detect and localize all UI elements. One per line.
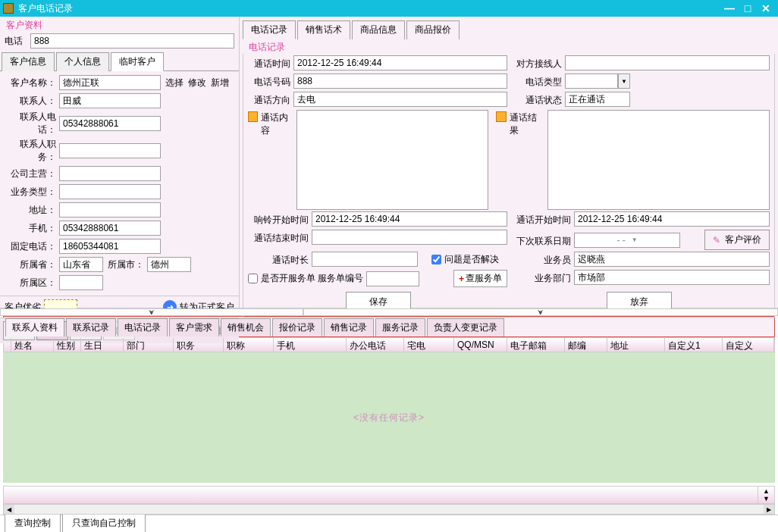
search-service-button[interactable]: + 查服务单 — [453, 270, 507, 287]
col-birthday[interactable]: 生日 — [81, 338, 124, 352]
mobile-input[interactable] — [59, 221, 161, 236]
col-email[interactable]: 电子邮箱 — [507, 338, 565, 352]
col-mobile[interactable]: 手机 — [274, 338, 347, 352]
customer-info-legend: 客户资料 — [0, 17, 239, 32]
add-link[interactable]: 新增 — [211, 77, 229, 89]
chevron-down-icon[interactable]: ▼ — [618, 74, 630, 89]
phone-input[interactable] — [30, 33, 234, 49]
mid-tab-demand[interactable]: 客户需求 — [169, 318, 219, 336]
scroll-left-arrow[interactable]: ◀ — [4, 505, 14, 514]
call-start-input[interactable] — [574, 211, 770, 227]
call-content-textarea[interactable] — [296, 110, 488, 210]
grid-selector-col[interactable] — [4, 338, 11, 352]
result-label: 通话结果 — [510, 111, 544, 137]
contact-job-input[interactable] — [59, 143, 161, 158]
ring-start-input[interactable] — [312, 211, 507, 227]
tab-temp-customer[interactable]: 临时客户 — [111, 52, 164, 71]
right-tabs: 电话记录 销售话术 商品信息 商品报价 — [240, 17, 778, 39]
status-input[interactable] — [565, 92, 630, 107]
maximize-btn[interactable]: □ — [739, 2, 757, 14]
business-type-input[interactable] — [59, 184, 161, 199]
tab-sales-script[interactable]: 销售话术 — [297, 20, 350, 39]
tab-customer-info[interactable]: 客户信息 — [2, 52, 55, 71]
address-input[interactable] — [59, 202, 161, 217]
district-label: 所属区： — [5, 277, 56, 289]
sales-input[interactable] — [574, 252, 770, 267]
phone-number-input[interactable] — [293, 74, 507, 89]
address-label: 地址： — [5, 204, 56, 217]
call-type-input[interactable] — [565, 74, 618, 89]
col-name[interactable]: 姓名 — [11, 338, 54, 352]
col-duty[interactable]: 职务 — [174, 338, 224, 352]
modify-link[interactable]: 修改 — [188, 77, 206, 89]
company-main-input[interactable] — [59, 166, 161, 181]
footer-tab-query[interactable]: 查询控制 — [5, 515, 61, 532]
mid-tab-sales[interactable]: 销售记录 — [324, 318, 374, 336]
other-party-input[interactable] — [565, 55, 770, 70]
document-icon-2[interactable] — [496, 111, 507, 122]
expander-row: ⮟ ⮟ — [0, 308, 778, 316]
call-record-form: 通话时间 对方接线人 电话号码 电话类型 ▼ — [243, 54, 775, 318]
contact-phone-input[interactable] — [59, 116, 161, 131]
fixed-phone-input[interactable] — [59, 239, 161, 254]
other-party-label: 对方接线人 — [510, 55, 562, 70]
call-time-input[interactable] — [293, 55, 507, 70]
titlebar: 客户电话记录 — □ ✕ — [0, 0, 778, 17]
province-input[interactable] — [59, 257, 103, 272]
expander-right[interactable]: ⮟ — [303, 308, 778, 316]
mid-tab-call-rec[interactable]: 电话记录 — [118, 318, 168, 336]
contact-label: 联系人： — [5, 95, 56, 108]
city-input[interactable] — [147, 257, 191, 272]
col-qq[interactable]: QQ/MSN — [454, 338, 507, 352]
solved-checkbox[interactable] — [431, 255, 441, 264]
mid-tab-contact-rec[interactable]: 联系记录 — [66, 318, 116, 336]
horizontal-scrollbar[interactable]: ◀ ▶ — [3, 504, 775, 515]
tab-personal-info[interactable]: 个人信息 — [56, 52, 109, 71]
tab-call-record[interactable]: 电话记录 — [243, 20, 296, 39]
sales-label: 业务员 — [510, 252, 571, 267]
tab-product-info[interactable]: 商品信息 — [352, 20, 405, 39]
customer-name-input[interactable] — [59, 75, 161, 90]
footer-tab-self[interactable]: 只查询自己控制 — [62, 515, 146, 532]
scroll-track[interactable] — [14, 505, 764, 514]
phone-label: 电话 — [5, 35, 27, 48]
minimize-btn[interactable]: — — [720, 2, 739, 14]
service-no-input[interactable] — [366, 271, 419, 286]
next-contact-date[interactable]: - -▼ — [574, 233, 680, 248]
col-office[interactable]: 办公电话 — [347, 338, 404, 352]
contact-input[interactable] — [59, 93, 161, 108]
col-title[interactable]: 职称 — [224, 338, 274, 352]
select-link[interactable]: 选择 — [165, 77, 184, 89]
mid-tab-contact[interactable]: 联系人资料 — [5, 318, 64, 336]
scroll-right-arrow[interactable]: ▶ — [764, 505, 774, 514]
col-dept[interactable]: 部门 — [124, 338, 174, 352]
mid-tab-opportunity[interactable]: 销售机会 — [221, 318, 271, 336]
document-icon[interactable] — [248, 111, 258, 122]
call-type-combo[interactable]: ▼ — [565, 74, 630, 89]
date-picker[interactable]: - -▼ — [574, 233, 680, 248]
col-home[interactable]: 宅电 — [404, 338, 454, 352]
mid-tab-owner-change[interactable]: 负责人变更记录 — [427, 318, 504, 336]
col-zip[interactable]: 邮编 — [565, 338, 607, 352]
tab-product-quote[interactable]: 商品报价 — [406, 20, 460, 39]
expander-left[interactable]: ⮟ — [0, 308, 303, 316]
open-service-checkbox[interactable] — [248, 274, 258, 283]
mid-tab-service[interactable]: 服务记录 — [375, 318, 425, 336]
dept-input[interactable] — [574, 270, 770, 285]
district-input[interactable] — [59, 275, 103, 290]
strip-handle[interactable]: ▲▼ — [758, 487, 774, 503]
customer-form: 客户名称： 选择 修改 新增 联系人： 联系人电话： 联系人职务： 公司主营： — [0, 71, 239, 296]
mid-tab-quote[interactable]: 报价记录 — [272, 318, 322, 336]
duration-input[interactable] — [312, 252, 418, 267]
window-title: 客户电话记录 — [18, 2, 720, 15]
col-custom2[interactable]: 自定义 — [723, 338, 774, 352]
direction-input[interactable] — [293, 92, 507, 107]
col-address[interactable]: 地址 — [607, 338, 665, 352]
col-custom1[interactable]: 自定义1 — [665, 338, 723, 352]
col-gender[interactable]: 性别 — [54, 338, 81, 352]
phone-search-row: 电话 — [0, 32, 239, 52]
evaluate-button[interactable]: ✎ 客户评价 — [704, 230, 770, 250]
call-end-input[interactable] — [312, 230, 507, 245]
close-btn[interactable]: ✕ — [757, 2, 775, 14]
call-result-textarea[interactable] — [547, 110, 770, 210]
